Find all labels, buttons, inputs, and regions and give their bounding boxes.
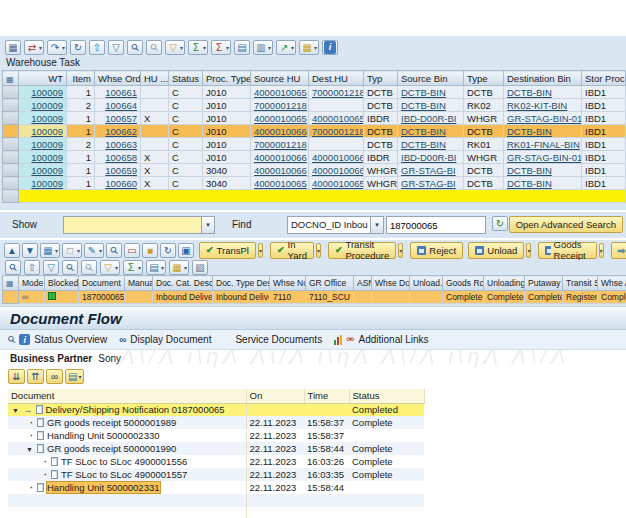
cell-goods_rcpt[interactable]: Completed [443, 291, 484, 304]
find-next-icon[interactable]: ⚲ [146, 40, 162, 55]
cell-item[interactable]: 1 [67, 86, 95, 99]
dropdown-arrow-icon[interactable]: ▾ [316, 243, 321, 258]
dropdown-arrow-icon[interactable]: ▾ [226, 44, 229, 51]
warehouse-task-row[interactable]: 1000091100659XC304040000100664000010066W… [3, 164, 626, 177]
source_hu-link[interactable]: 4000010066 [254, 126, 307, 137]
warehouse-task-row[interactable]: 1000091100661CJ01040000100657000001218DC… [3, 86, 626, 99]
source_bin-link[interactable]: DCTB-BIN [401, 100, 446, 111]
cell-dest_bin[interactable]: RK02-KIT-BIN [504, 99, 582, 112]
dest_bin-link[interactable]: DCTB-BIN [507, 165, 552, 176]
details-icon[interactable]: ⚲ [5, 260, 21, 275]
cell-document[interactable]: ·GR goods receipt 5000001989 [8, 416, 246, 429]
cell-status[interactable]: C [169, 177, 203, 190]
dropdown-arrow-icon[interactable]: ▾ [268, 44, 271, 51]
docflow-row[interactable]: ·TF SLoc to SLoc 490000155722.11.202316:… [8, 468, 424, 481]
cell-hu[interactable] [141, 99, 169, 112]
column-header-putaway[interactable]: Putaway [525, 276, 563, 291]
expand-icon[interactable]: ▼ [22, 243, 38, 258]
cell-whse_act[interactable]: Completed [598, 291, 626, 304]
display-mode-icon[interactable]: ∞ [22, 292, 28, 302]
status-overview-button[interactable]: Status Overview [34, 334, 107, 345]
column-header-doc_type[interactable]: Doc. Type Desc. [213, 276, 270, 291]
action-button-transpl[interactable]: ✔TransPl [199, 242, 256, 259]
dropdown-arrow-icon[interactable]: ▾ [77, 247, 80, 254]
cell-stor_proc[interactable]: IBD1 [582, 151, 626, 164]
cell-whse_door[interactable] [372, 291, 410, 304]
tree-header-document[interactable]: Document [8, 389, 246, 403]
column-header-item[interactable]: Item [67, 71, 95, 86]
cell-dest_bin[interactable]: DCTB-BIN [504, 125, 582, 138]
cell-status[interactable]: C [169, 164, 203, 177]
cell-source_hu[interactable]: 7000001218 [251, 138, 309, 151]
whse_order-link[interactable]: 100660 [105, 178, 137, 189]
column-header-wt[interactable]: WT [19, 71, 67, 86]
wt-link[interactable]: 100009 [31, 126, 63, 137]
cell-type[interactable]: DCTB [464, 164, 504, 177]
warehouse-task-row[interactable]: 1000091100658XCJ01040000100664000010066I… [3, 151, 626, 164]
cell-wt[interactable]: 100009 [19, 125, 67, 138]
action-button-unload[interactable]: Unload [468, 242, 524, 259]
column-header-doc_cat[interactable]: Doc. Cat. Descr. [153, 276, 213, 291]
cell-status[interactable]: C [169, 125, 203, 138]
column-header-hu[interactable]: HU ... [141, 71, 169, 86]
cell-status[interactable]: C [169, 151, 203, 164]
column-header-source_hu[interactable]: Source HU [251, 71, 309, 86]
cell-stor_proc[interactable]: IBD1 [582, 86, 626, 99]
cell-typ[interactable]: DCTB [364, 99, 398, 112]
display-document-button[interactable]: Display Document [130, 334, 211, 345]
create-document-icon[interactable]: □▾ [62, 243, 82, 258]
dropdown-arrow-icon[interactable]: ▾ [161, 264, 164, 271]
cell-proc_type[interactable]: J010 [203, 112, 251, 125]
empty-row-fill[interactable] [19, 190, 626, 203]
status-search-icon[interactable]: ⚲ [5, 333, 18, 346]
dropdown-arrow-icon[interactable]: ▾ [599, 243, 604, 258]
column-header-type[interactable]: Type [464, 71, 504, 86]
whse_order-link[interactable]: 100657 [105, 113, 137, 124]
warehouse-task-row[interactable]: 1000091100660XC304040000100654000010065W… [3, 177, 626, 190]
cell-typ[interactable]: WHGR [364, 177, 398, 190]
service-documents-button[interactable]: Service Documents [235, 334, 322, 345]
sort-ascending-icon[interactable]: ⇧ [89, 40, 105, 55]
document-node-label[interactable]: TF SLoc to SLoc 4900001556 [61, 456, 187, 467]
column-header-asn[interactable]: ASN [354, 276, 372, 291]
display-icon[interactable]: ⚲ [106, 243, 122, 258]
cell-typ[interactable]: DCTB [364, 86, 398, 99]
cell-wt[interactable]: 100009 [19, 99, 67, 112]
wt-link[interactable]: 100009 [31, 152, 63, 163]
cell-document[interactable]: ▼→Delivery/Shipping Notification 0187000… [8, 403, 246, 416]
dest_bin-link[interactable]: DCTB-BIN [507, 126, 552, 137]
cell-status[interactable]: C [169, 99, 203, 112]
cell-proc_type[interactable]: J010 [203, 99, 251, 112]
find-input[interactable] [386, 216, 486, 234]
collapse-all-icon[interactable]: ⇈ [27, 369, 44, 384]
source_hu-link[interactable]: 4000010065 [254, 178, 307, 189]
cell-whse_order[interactable]: 100663 [95, 138, 141, 151]
cell-dest_hu[interactable]: 7000001218 [309, 125, 364, 138]
collapse-icon[interactable]: ▲ [4, 243, 20, 258]
dest_bin-link[interactable]: RK01-FINAL-BIN [507, 139, 580, 150]
table-corner-icon[interactable]: ▦ [3, 276, 19, 291]
docflow-row[interactable]: ▼GR goods receipt 500000199022.11.202315… [8, 442, 424, 455]
cell-proc_type[interactable]: J010 [203, 138, 251, 151]
cell-typ[interactable]: DCTB [364, 138, 398, 151]
tree-header-time[interactable]: Time [304, 389, 349, 403]
cell-stor_proc[interactable]: IBD1 [582, 112, 626, 125]
edit-icon[interactable]: ✎▾ [84, 243, 104, 258]
dropdown-arrow-icon[interactable]: ▾ [184, 264, 187, 271]
cell-dest_bin[interactable]: RK01-FINAL-BIN [504, 138, 582, 151]
show-select[interactable]: ▼ [63, 216, 215, 234]
source_hu-link[interactable]: 7000001218 [254, 139, 307, 150]
delete-icon[interactable]: ▭ [124, 243, 140, 258]
cell-wt[interactable]: 100009 [19, 177, 67, 190]
cell-source_hu[interactable]: 4000010065 [251, 177, 309, 190]
binoculars-icon[interactable]: ∞ [46, 369, 63, 384]
wt-link[interactable]: 100009 [31, 165, 63, 176]
warehouse-task-row[interactable]: 1000092100664CJ0107000001218DCTBDCTB-BIN… [3, 99, 626, 112]
subtotal-icon[interactable]: Σ▾ [211, 40, 231, 55]
cell-stor_proc[interactable]: IBD1 [582, 164, 626, 177]
whse_order-link[interactable]: 100664 [105, 100, 137, 111]
cell-stor_proc[interactable]: IBD1 [582, 177, 626, 190]
refresh-icon[interactable]: ↻ [70, 40, 86, 55]
cell-hu[interactable] [141, 138, 169, 151]
row-selector[interactable] [3, 99, 19, 112]
